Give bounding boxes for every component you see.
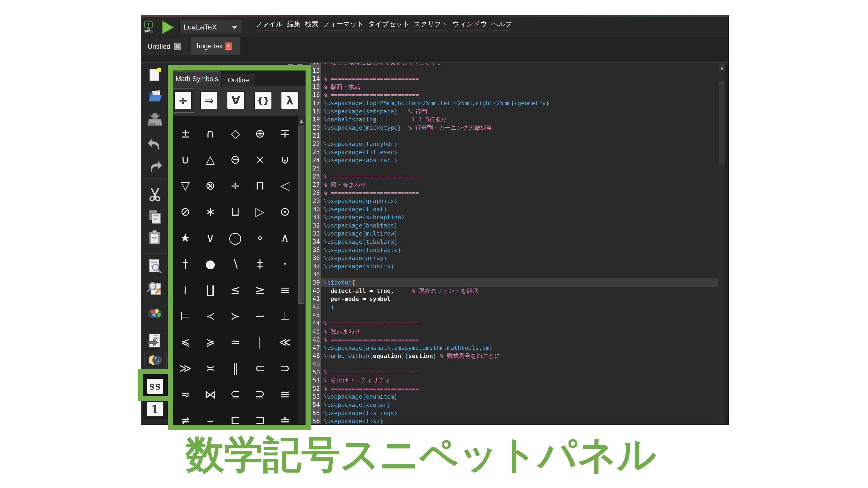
compiler-select[interactable]: LuaLaTeX xyxy=(179,20,242,34)
scroll-up-icon[interactable]: ▲ xyxy=(719,64,725,71)
sidebar-undo-button[interactable] xyxy=(146,136,164,154)
sidebar-paste-button[interactable] xyxy=(146,229,164,247)
line-number: 40 xyxy=(310,287,321,295)
code-line-17[interactable]: 17\usepackage[top=25mm,bottom=25mm,left=… xyxy=(310,99,718,107)
sidebar-numbering-button[interactable]: 1 xyxy=(146,400,164,418)
menu-window[interactable]: ウィンドウ xyxy=(452,19,489,30)
code-line-37[interactable]: 37\usepackage{siunitx} xyxy=(310,262,718,270)
code-line-53[interactable]: 53\usepackage{enumitem} xyxy=(310,393,718,401)
code-line-42[interactable]: 42 } xyxy=(310,303,718,311)
code-line-28[interactable]: 28% ========================= xyxy=(310,189,718,197)
code-text: \usepackage{array} xyxy=(321,254,718,262)
code-text: \usepackage{float} xyxy=(321,205,718,214)
code-text: % ========================= xyxy=(321,335,718,344)
code-line-14[interactable]: 14% ========================= xyxy=(310,75,718,83)
sidebar-group-separator xyxy=(143,302,167,302)
code-text: \usepackage[top=25mm,bottom=25mm,left=25… xyxy=(321,99,718,107)
code-line-48[interactable]: 48\numberwithin{equation}{section} % 数式番… xyxy=(310,352,718,360)
line-number: 49 xyxy=(310,360,321,368)
editor-scroll-thumb[interactable] xyxy=(719,82,725,164)
menu-script[interactable]: スクリプト xyxy=(412,19,450,30)
code-line-18[interactable]: 18\usepackage{setspace} % 行間 xyxy=(310,107,718,116)
code-line-47[interactable]: 47\usepackage{amsmath,amssymb,amsthm,mat… xyxy=(310,344,718,352)
code-editor[interactable]: 12% など，環境に合わせて変更してください。1314% ===========… xyxy=(310,63,718,424)
code-line-34[interactable]: 34\usepackage{tabularx} xyxy=(310,238,718,246)
sidebar-export-arrow-button[interactable] xyxy=(146,332,164,350)
sidebar-find-replace-button[interactable] xyxy=(146,280,164,298)
line-number: 50 xyxy=(310,368,321,377)
menu-edit[interactable]: 編集 xyxy=(286,19,302,30)
code-line-46[interactable]: 46% ========================= xyxy=(310,335,718,344)
sidebar-cut-button[interactable] xyxy=(146,186,164,204)
menu-typeset[interactable]: タイプセット xyxy=(367,19,411,30)
line-number: 31 xyxy=(310,213,321,222)
menu-search[interactable]: 検索 xyxy=(304,19,320,30)
code-line-21[interactable]: 21 xyxy=(310,132,718,140)
sidebar-save-button[interactable] xyxy=(146,111,164,129)
sidebar-new-file-button[interactable] xyxy=(146,66,164,84)
editor-scrollbar[interactable]: ▲ xyxy=(718,63,725,424)
code-line-40[interactable]: 40 detect-all = true, % 現在のフォントを継承 xyxy=(310,287,718,295)
menu-help[interactable]: ヘルプ xyxy=(490,19,513,30)
code-line-13[interactable]: 13 xyxy=(310,67,718,75)
menu-file[interactable]: ファイル xyxy=(254,19,284,30)
line-number: 26 xyxy=(310,172,321,181)
run-build-button[interactable] xyxy=(161,20,175,34)
code-line-49[interactable]: 49 xyxy=(310,360,718,368)
code-line-31[interactable]: 31\usepackage{subcaption} xyxy=(310,213,718,222)
code-line-25[interactable]: 25 xyxy=(310,164,718,173)
code-line-39[interactable]: 39\sisetup{ xyxy=(310,279,718,287)
sidebar-dark-mode-button[interactable] xyxy=(146,351,164,369)
tab-hoge-tex-close-icon[interactable]: ✕ xyxy=(225,42,232,50)
sidebar-colors-button[interactable] xyxy=(146,304,164,323)
code-line-41[interactable]: 41 per-mode = symbol xyxy=(310,295,718,303)
code-line-50[interactable]: 50% ========================= xyxy=(310,368,718,377)
tab-untitled-close-icon[interactable]: ✕ xyxy=(174,43,181,50)
tab-hoge-tex[interactable]: hoge.tex ✕ xyxy=(190,37,241,55)
sidebar-find-button[interactable] xyxy=(146,257,164,275)
code-line-33[interactable]: 33\usepackage{multirow} xyxy=(310,229,718,238)
code-line-45[interactable]: 45% 数式まわり xyxy=(310,327,718,336)
code-line-12[interactable]: 12% など，環境に合わせて変更してください。 xyxy=(310,63,718,67)
code-line-35[interactable]: 35\usepackage{longtable} xyxy=(310,246,718,254)
sidebar-redo-button[interactable] xyxy=(146,158,164,176)
code-line-15[interactable]: 15% 版面・体裁 xyxy=(310,83,718,91)
numbering-icon: 1 xyxy=(147,402,163,416)
code-line-19[interactable]: 19\onehalfspacing % 1.5行取り xyxy=(310,116,718,124)
sidebar-open-file-button[interactable] xyxy=(146,87,164,105)
code-line-44[interactable]: 44% ========================= xyxy=(310,319,718,327)
line-number: 47 xyxy=(310,344,321,352)
menu-format[interactable]: フォーマット xyxy=(321,19,365,30)
code-line-24[interactable]: 24\usepackage{abstract} xyxy=(310,156,718,164)
code-line-27[interactable]: 27% 図・表まわり xyxy=(310,181,718,189)
code-line-36[interactable]: 36\usepackage{array} xyxy=(310,254,718,262)
sidebar-copy-button[interactable] xyxy=(146,208,164,226)
code-text xyxy=(321,164,718,173)
code-line-23[interactable]: 23\usepackage{titlesec} xyxy=(310,148,718,156)
code-line-52[interactable]: 52% ========================= xyxy=(310,385,718,393)
line-number: 44 xyxy=(310,319,321,327)
code-text: \usepackage{siunitx} xyxy=(321,262,718,270)
code-line-56[interactable]: 56\usepackage{tikz} xyxy=(310,417,718,424)
tab-untitled[interactable]: Untitled ✕ xyxy=(142,38,190,55)
annotation-box-symbol-panel xyxy=(168,65,311,430)
code-line-29[interactable]: 29\usepackage{graphicx} xyxy=(310,197,718,205)
line-number: 51 xyxy=(310,376,321,385)
code-line-26[interactable]: 26% ========================= xyxy=(310,172,718,181)
code-text: \usepackage{microtype} % 行分割・カーニングの微調整 xyxy=(321,124,718,132)
code-text: \usepackage{multirow} xyxy=(321,229,718,238)
code-line-54[interactable]: 54\usepackage{xcolor} xyxy=(310,401,718,409)
code-line-38[interactable]: 38 xyxy=(310,270,718,279)
line-number: 21 xyxy=(310,132,321,140)
code-line-16[interactable]: 16% ========================= xyxy=(310,91,718,99)
code-line-55[interactable]: 55\usepackage{listings} xyxy=(310,409,718,417)
code-line-32[interactable]: 32\usepackage{booktabs} xyxy=(310,222,718,230)
code-text: \onehalfspacing % 1.5行取り xyxy=(321,116,718,124)
code-line-20[interactable]: 20\usepackage{microtype} % 行分割・カーニングの微調整 xyxy=(310,124,718,132)
code-line-30[interactable]: 30\usepackage{float} xyxy=(310,205,718,214)
code-line-51[interactable]: 51% その他ユーティリティ xyxy=(310,376,718,385)
code-line-43[interactable]: 43 xyxy=(310,311,718,319)
code-line-22[interactable]: 22\usepackage{fancyhdr} xyxy=(310,140,718,148)
line-number: 38 xyxy=(310,270,321,279)
export-arrow-icon xyxy=(147,333,163,349)
